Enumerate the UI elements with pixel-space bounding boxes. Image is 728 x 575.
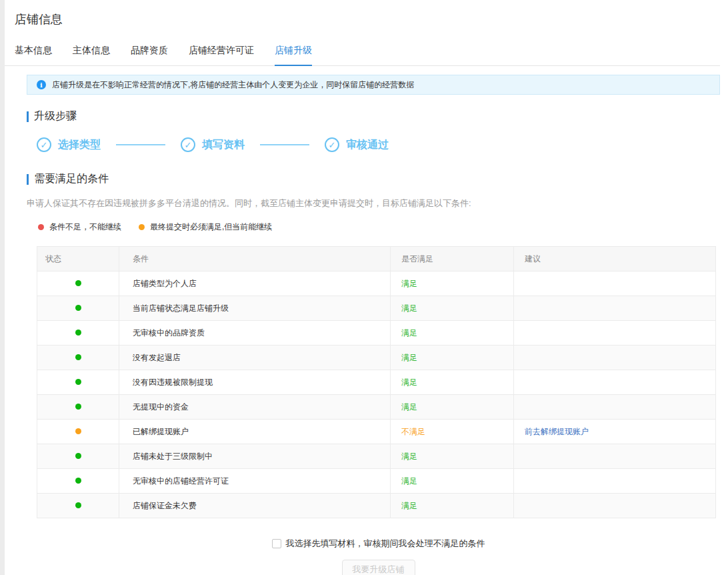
status-cell (37, 370, 119, 395)
conditions-heading-text: 需要满足的条件 (34, 172, 109, 186)
table-row: 无提现中的资金满足 (37, 395, 716, 420)
tab-brand-qualify[interactable]: 品牌资质 (131, 45, 168, 66)
tab-entity-info[interactable]: 主体信息 (73, 45, 110, 66)
conditions-table: 状态条件是否满足建议 店铺类型为个人店满足当前店铺状态满足店铺升级满足无审核中的… (37, 246, 716, 518)
upgrade-notice-banner: i 店铺升级是在不影响正常经营的情况下,将店铺的经营主体由个人变更为企业，同时保… (27, 75, 720, 95)
green-dot-icon (75, 404, 81, 410)
conditions-description: 申请人保证其不存在因违规被拼多多平台清退的情况。同时，截至店铺主体变更申请提交时… (27, 197, 720, 209)
upgrade-steps-heading: 升级步骤 (27, 109, 728, 123)
green-dot-icon (75, 305, 81, 311)
red-dot-icon (38, 224, 44, 230)
status-cell (37, 494, 119, 518)
satisfied-cell: 满足 (391, 444, 514, 469)
suggestion-cell (514, 494, 716, 518)
step-label: 审核通过 (346, 138, 389, 152)
condition-cell: 没有因违规被限制提现 (119, 370, 391, 395)
condition-cell: 当前店铺状态满足店铺升级 (119, 296, 391, 321)
table-row: 无审核中的店铺经营许可证满足 (37, 469, 716, 494)
satisfied-cell: 满足 (391, 346, 514, 370)
suggestion-cell (514, 296, 716, 321)
green-dot-icon (75, 502, 81, 508)
heading-accent-bar (27, 174, 29, 185)
conditions-heading: 需要满足的条件 (27, 172, 728, 186)
satisfied-cell: 不满足 (391, 420, 514, 444)
table-row: 没有因违规被限制提现满足 (37, 370, 716, 395)
banner-text: 店铺升级是在不影响正常经营的情况下,将店铺的经营主体由个人变更为企业，同时保留店… (52, 79, 414, 91)
table-row: 店铺保证金未欠费满足 (37, 494, 716, 518)
legend-label: 条件不足，不能继续 (49, 221, 121, 233)
satisfied-cell: 满足 (391, 494, 514, 518)
status-cell (37, 296, 119, 321)
table-header-row: 状态条件是否满足建议 (37, 247, 716, 271)
satisfied-cell: 满足 (391, 395, 514, 420)
suggestion-cell (514, 469, 716, 494)
suggestion-cell (514, 321, 716, 346)
table-row: 没有发起退店满足 (37, 346, 716, 370)
satisfied-cell: 满足 (391, 370, 514, 395)
tab-business-license[interactable]: 店铺经营许可证 (189, 45, 254, 66)
column-header: 建议 (514, 247, 716, 271)
status-cell (37, 395, 119, 420)
column-header: 状态 (37, 247, 119, 271)
conditions-table-body: 店铺类型为个人店满足当前店铺状态满足店铺升级满足无审核中的品牌资质满足没有发起退… (37, 271, 716, 518)
condition-cell: 没有发起退店 (119, 346, 391, 370)
tabs: 基本信息主体信息品牌资质店铺经营许可证店铺升级 (5, 45, 720, 66)
agree-checkbox[interactable] (272, 539, 281, 548)
upgrade-shop-button[interactable]: 我要升级店铺 (342, 560, 415, 575)
suggestion-cell (514, 444, 716, 469)
suggestion-cell (514, 271, 716, 296)
check-circle-icon: ✓ (37, 137, 51, 152)
orange-dot-icon (75, 428, 81, 434)
status-cell (37, 420, 119, 444)
legend-item: 条件不足，不能继续 (38, 221, 121, 233)
condition-cell: 无提现中的资金 (119, 395, 391, 420)
suggestion-cell (514, 395, 716, 420)
table-row: 无审核中的品牌资质满足 (37, 321, 716, 346)
agree-checkbox-label: 我选择先填写材料，审核期间我会处理不满足的条件 (286, 538, 485, 550)
table-row: 店铺未处于三级限制中满足 (37, 444, 716, 469)
footer-area: 我选择先填写材料，审核期间我会处理不满足的条件 我要升级店铺 (37, 538, 720, 575)
step-fill-info: ✓填写资料 (181, 137, 245, 152)
status-cell (37, 346, 119, 370)
status-cell (37, 469, 119, 494)
status-cell (37, 321, 119, 346)
suggestion-cell: 前去解绑提现账户 (514, 420, 716, 444)
tab-basic-info[interactable]: 基本信息 (15, 45, 52, 66)
green-dot-icon (75, 379, 81, 385)
green-dot-icon (75, 354, 81, 360)
condition-cell: 店铺保证金未欠费 (119, 494, 391, 518)
upgrade-steps-heading-text: 升级步骤 (34, 109, 77, 123)
step-connector-line (260, 144, 309, 145)
status-cell (37, 271, 119, 296)
green-dot-icon (75, 330, 81, 336)
step-review-pass: ✓审核通过 (325, 137, 389, 152)
table-row: 当前店铺状态满足店铺升级满足 (37, 296, 716, 321)
suggestion-link[interactable]: 前去解绑提现账户 (525, 427, 589, 436)
step-label: 填写资料 (202, 138, 245, 152)
orange-dot-icon (139, 224, 145, 230)
condition-cell: 店铺类型为个人店 (119, 271, 391, 296)
condition-cell: 无审核中的店铺经营许可证 (119, 469, 391, 494)
status-legend: 条件不足，不能继续最终提交时必须满足,但当前能继续 (38, 221, 728, 233)
suggestion-cell (514, 370, 716, 395)
legend-item: 最终提交时必须满足,但当前能继续 (139, 221, 272, 233)
tab-shop-upgrade[interactable]: 店铺升级 (275, 45, 312, 66)
condition-cell: 已解绑提现账户 (119, 420, 391, 444)
step-label: 选择类型 (58, 138, 101, 152)
upgrade-steps: ✓选择类型✓填写资料✓审核通过 (37, 137, 728, 152)
satisfied-cell: 满足 (391, 271, 514, 296)
green-dot-icon (75, 453, 81, 459)
table-row: 已解绑提现账户不满足前去解绑提现账户 (37, 420, 716, 444)
page-title: 店铺信息 (5, 0, 728, 27)
agree-row: 我选择先填写材料，审核期间我会处理不满足的条件 (37, 538, 720, 550)
green-dot-icon (75, 478, 81, 484)
step-connector-line (116, 144, 165, 145)
step-choose-type: ✓选择类型 (37, 137, 101, 152)
table-row: 店铺类型为个人店满足 (37, 271, 716, 296)
check-circle-icon: ✓ (181, 137, 195, 152)
heading-accent-bar (27, 111, 29, 122)
column-header: 是否满足 (391, 247, 514, 271)
column-header: 条件 (119, 247, 391, 271)
satisfied-cell: 满足 (391, 296, 514, 321)
info-icon: i (37, 80, 46, 89)
